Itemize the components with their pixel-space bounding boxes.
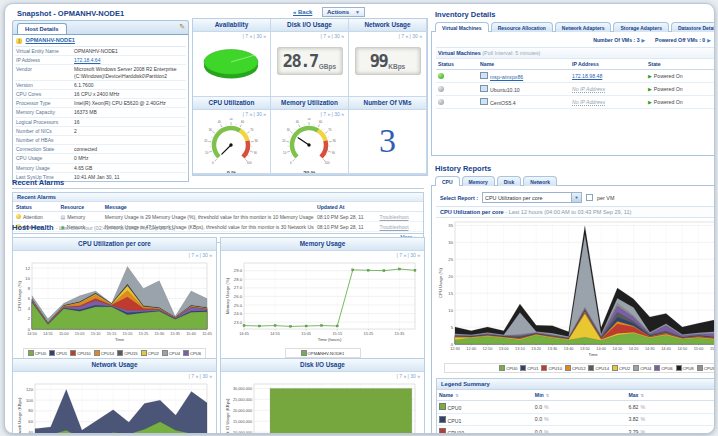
- memory-usage-chart: 23.024.025.026.027.028.029.014:4514:5515…: [223, 259, 420, 343]
- period-links[interactable]: | 7 » | 30 »: [13, 251, 216, 259]
- host-field-label: Virtual Entity Name: [15, 48, 74, 54]
- legend-summary-col-header[interactable]: Min⇅: [533, 390, 627, 401]
- vm-col-header: IP Address: [570, 59, 646, 70]
- edit-pencil-icon[interactable]: ✎: [179, 23, 185, 31]
- period-links[interactable]: | 7 » | 30 »: [193, 110, 270, 118]
- history-tab-disk[interactable]: Disk: [497, 176, 522, 186]
- period-links[interactable]: | 7 » | 30 »: [271, 110, 348, 118]
- series-name: CPU0: [446, 405, 461, 411]
- history-chart-legend: CPU0CPU1CPU10CPU12CPU14CPU2CPU4CPU6CPU8C…: [444, 363, 715, 373]
- widget-title: Network Usage: [349, 19, 426, 32]
- svg-text:20: 20: [204, 139, 208, 143]
- svg-text:14:50: 14:50: [27, 331, 38, 336]
- svg-text:15:30: 15:30: [154, 331, 165, 336]
- sort-icon[interactable]: ⇅: [546, 393, 549, 398]
- svg-text:14:50: 14:50: [677, 346, 688, 351]
- legend-swatch: [541, 365, 547, 371]
- report-title-row: CPU Utilization per core - Last 12 hours…: [436, 206, 715, 218]
- svg-text:Network Usage (KBps): Network Usage (KBps): [17, 397, 22, 434]
- legend-item: CPU10: [70, 350, 91, 356]
- host-entity-link[interactable]: OPMANHV-NODE1: [26, 37, 75, 43]
- vm-col-header: State: [646, 59, 715, 70]
- legend-label: CPU4: [169, 351, 180, 356]
- svg-text:4: 4: [28, 306, 31, 311]
- max-value: 3.82%: [626, 413, 715, 426]
- svg-text:25,000,000: 25,000,000: [233, 398, 252, 402]
- period-links[interactable]: | 7 » | 30 »: [221, 372, 424, 380]
- back-link[interactable]: « Back: [293, 9, 312, 15]
- svg-text:50: 50: [307, 118, 311, 121]
- tab-host-details[interactable]: Host Details: [17, 23, 67, 34]
- legend-item: CPU4: [633, 365, 651, 371]
- svg-text:60: 60: [28, 419, 33, 424]
- vm-ip-link[interactable]: 172.18.98.48: [572, 73, 602, 79]
- history-reports: History Reports CPUMemoryDiskNetwork Sel…: [431, 164, 715, 434]
- host-field-label: Memory Usage: [15, 165, 74, 171]
- svg-text:14:45: 14:45: [239, 331, 249, 336]
- inventory-tab-virtual-machines[interactable]: Virtual Machines: [435, 22, 489, 32]
- alarm-status: Attention: [23, 214, 43, 220]
- history-cpu-chart: 0510152025303512:3012:4012:5013:0013:101…: [436, 218, 715, 358]
- legend-label: CPU8: [683, 366, 694, 371]
- legend-summary-row: CPU00.0%6.82%1.97%: [437, 401, 715, 414]
- svg-text:Time (hours): Time (hours): [318, 337, 342, 342]
- disk-io-usage-panel: Disk I/O Usage | 7 » | 30 » 05,000,00010…: [220, 358, 425, 434]
- svg-text:15:00: 15:00: [59, 331, 70, 336]
- chart-panel-title: Network Usage: [13, 359, 216, 372]
- svg-text:15:40: 15:40: [186, 331, 197, 336]
- stat-arrow-icon: ▶: [642, 38, 645, 43]
- inventory-tab-storage-adapters[interactable]: Storage Adapters: [613, 22, 669, 32]
- alarm-col-header: Resource: [57, 202, 101, 212]
- history-tab-network[interactable]: Network: [523, 176, 557, 186]
- per-vm-checkbox[interactable]: [586, 194, 593, 201]
- history-tab-cpu[interactable]: CPU: [435, 176, 460, 186]
- report-select[interactable]: CPU Utilization per core ▼: [482, 192, 582, 203]
- svg-text:14:00: 14:00: [596, 346, 607, 351]
- history-tab-memory[interactable]: Memory: [462, 176, 495, 186]
- inventory-tab-network-adapters[interactable]: Network Adapters: [555, 22, 612, 32]
- period-links[interactable]: | 7 » | 30 »: [349, 32, 426, 40]
- min-value: 0.0%: [533, 413, 627, 426]
- period-links[interactable]: | 7 » | 30 »: [193, 32, 270, 40]
- svg-text:Memory Usage (%): Memory Usage (%): [225, 277, 230, 314]
- legend-item: CPU2: [612, 365, 630, 371]
- legend-label: CPU2: [148, 351, 159, 356]
- sort-icon[interactable]: ⇅: [640, 393, 643, 398]
- inventory-stat: Number Of VMs : 3▶: [593, 37, 645, 43]
- disk-io-value: 28.7: [283, 51, 318, 71]
- host-field-link[interactable]: 172.18.4.64: [74, 57, 100, 63]
- host-field-value: 16373 MB: [74, 109, 186, 115]
- svg-text:35: 35: [448, 223, 453, 228]
- report-select-value: CPU Utilization per core: [485, 195, 543, 201]
- inventory-tab-datastore-details[interactable]: Datastore Details: [671, 22, 715, 32]
- vm-name-link[interactable]: msp-winxpx86: [490, 74, 523, 80]
- period-links[interactable]: | 7 » | 30 »: [271, 32, 348, 40]
- svg-text:CPU Usage (%): CPU Usage (%): [17, 281, 22, 311]
- vm-status-icon: [438, 86, 444, 92]
- actions-dropdown[interactable]: Actions▼: [322, 7, 365, 17]
- legend-label: CPU10: [548, 366, 562, 371]
- legend-summary-col-header[interactable]: Name⇅: [437, 390, 533, 401]
- host-field-row: Version6.1.7600: [15, 81, 186, 90]
- host-field-row: Logical Processors16: [15, 118, 186, 127]
- select-report-label: Select Report :: [440, 195, 478, 201]
- period-links[interactable]: | 7 » | 30 »: [221, 251, 424, 259]
- vm-row: msp-winxpx86172.18.98.48▶Powered On013: [436, 70, 715, 83]
- troubleshoot-link[interactable]: Troubleshoot: [380, 214, 409, 220]
- period-links[interactable]: | 7 » | 30 »: [13, 372, 216, 380]
- vm-row: Ubuntu10.10No IP Address▶Powered On00: [436, 83, 715, 96]
- svg-text:Disk IO Usage (KBps): Disk IO Usage (KBps): [225, 398, 230, 434]
- inventory-tab-resource-allocation[interactable]: Resource Allocation: [491, 22, 553, 32]
- vm-status-icon: [438, 73, 444, 79]
- legend-label: CPU4: [640, 366, 651, 371]
- legend-swatch: [70, 350, 76, 356]
- svg-text:13:00: 13:00: [499, 346, 510, 351]
- svg-text:14:20: 14:20: [629, 346, 640, 351]
- report-subtitle: - Last 12 hours (04:00 AM to 03:43 PM Se…: [505, 209, 631, 215]
- sort-icon[interactable]: ⇅: [455, 393, 458, 398]
- inventory-title: Inventory Details: [435, 10, 715, 19]
- host-field-row: IP Address172.18.4.64: [15, 56, 186, 65]
- legend-summary-col-header[interactable]: Max⇅: [626, 390, 715, 401]
- svg-text:60: 60: [319, 120, 323, 124]
- host-field-label: CPU Cores: [15, 91, 74, 97]
